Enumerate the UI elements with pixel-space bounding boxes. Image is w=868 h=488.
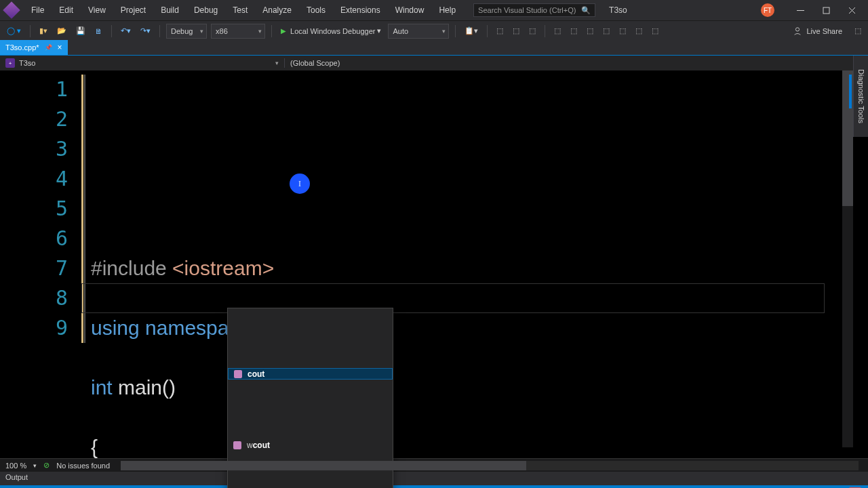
toolbar-icon-7[interactable]: ⬚ xyxy=(584,24,596,39)
platform-dropdown[interactable]: x86 xyxy=(211,24,265,39)
variable-icon xyxy=(234,370,242,378)
menu-bar: File Edit View Project Build Debug Test … xyxy=(0,0,868,20)
horizontal-scrollbar[interactable] xyxy=(121,461,859,470)
save-button[interactable]: 💾 xyxy=(73,24,88,39)
tab-close-button[interactable]: × xyxy=(58,43,62,52)
menu-tools[interactable]: Tools xyxy=(300,3,332,18)
intellisense-item[interactable]: cout xyxy=(228,368,393,380)
document-tab-strip: T3so.cpp* 📌 × xyxy=(0,41,868,56)
project-name-label: T3so xyxy=(609,5,627,15)
diagnostic-tools-tab[interactable]: Diagnostic Tools xyxy=(853,56,868,137)
save-all-button[interactable]: 🗎 xyxy=(92,24,105,39)
start-debugging-button[interactable]: ▶Local Windows Debugger ▾ xyxy=(278,24,384,39)
search-input[interactable]: Search Visual Studio (Ctrl+Q) 🔍 xyxy=(473,3,595,17)
svg-point-4 xyxy=(796,27,800,30)
window-maximize-button[interactable] xyxy=(814,1,838,19)
cpp-icon: + xyxy=(5,58,15,68)
toolbar: ◯ ▾ ▮▾ 📂 💾 🗎 ↶▾ ↷▾ Debug x86 ▶Local Wind… xyxy=(0,20,868,41)
presentation-cursor-icon: I xyxy=(290,174,310,194)
window-minimize-button[interactable] xyxy=(788,1,812,19)
toolbar-icon-5[interactable]: ⬚ xyxy=(551,24,564,39)
menu-window[interactable]: Window xyxy=(389,3,431,18)
nav-back-button[interactable]: ◯ ▾ xyxy=(4,24,24,39)
code-line-1: #include <iostream> xyxy=(91,253,868,283)
configuration-dropdown[interactable]: Debug xyxy=(166,24,207,39)
new-file-button[interactable]: ▮▾ xyxy=(37,24,50,39)
global-scope-dropdown[interactable]: (Global Scope) ▾ xyxy=(285,59,868,67)
live-share-icon xyxy=(793,26,802,36)
menu-edit[interactable]: Edit xyxy=(52,3,80,18)
window-close-button[interactable] xyxy=(840,1,864,19)
menu-help[interactable]: Help xyxy=(432,3,462,18)
undo-button[interactable]: ↶▾ xyxy=(118,24,134,39)
code-line-3: int main() xyxy=(91,373,868,403)
feedback-icon[interactable]: ⬚ xyxy=(852,24,864,39)
user-avatar[interactable]: FT xyxy=(761,3,774,17)
project-scope-dropdown[interactable]: +T3so ▾ xyxy=(0,58,285,68)
outline-margin xyxy=(84,75,85,343)
vertical-scrollbar[interactable]: ✚ xyxy=(842,70,853,447)
redo-button[interactable]: ↷▾ xyxy=(138,24,153,39)
toolbar-icon-9[interactable]: ⬚ xyxy=(616,24,629,39)
toolbar-icon-2[interactable]: ⬚ xyxy=(494,24,506,39)
toolbar-icon-10[interactable]: ⬚ xyxy=(633,24,645,39)
code-line-4: { xyxy=(91,432,868,462)
search-placeholder: Search Visual Studio (Ctrl+Q) xyxy=(478,6,576,14)
menu-file[interactable]: File xyxy=(24,3,51,18)
tab-t3so-cpp[interactable]: T3so.cpp* 📌 × xyxy=(0,40,68,55)
toolbar-icon-3[interactable]: ⬚ xyxy=(510,24,522,39)
menu-project[interactable]: Project xyxy=(114,3,153,18)
menu-debug[interactable]: Debug xyxy=(187,3,224,18)
toolbar-icon-8[interactable]: ⬚ xyxy=(600,24,612,39)
code-content[interactable]: #include <iostream> using namespace std;… xyxy=(81,70,868,458)
navigation-bar: +T3so ▾ (Global Scope) ▾ xyxy=(0,56,868,70)
toolbar-icon-6[interactable]: ⬚ xyxy=(568,24,580,39)
menu-build[interactable]: Build xyxy=(154,3,186,18)
editor-status-strip: 100 %▾ ⊘ No issues found xyxy=(0,458,868,472)
tab-label: T3so.cpp* xyxy=(5,43,39,52)
variable-icon xyxy=(233,441,241,449)
live-share-button[interactable]: Live Share xyxy=(787,26,848,36)
change-margin xyxy=(81,75,83,343)
menu-analyze[interactable]: Analyze xyxy=(256,3,298,18)
scrollbar-thumb[interactable] xyxy=(121,461,526,470)
intellisense-item[interactable]: wcout xyxy=(228,439,393,451)
check-icon: ⊘ xyxy=(43,461,50,470)
line-number-gutter: 1 2 3 4 5 6 7 8 9 xyxy=(0,70,81,458)
search-icon: 🔍 xyxy=(581,6,591,15)
toolbar-icon-1[interactable]: 📋▾ xyxy=(462,24,481,39)
toolbar-icon-11[interactable]: ⬚ xyxy=(649,24,661,39)
menu-extensions[interactable]: Extensions xyxy=(334,3,387,18)
scroll-change-marker xyxy=(849,75,852,108)
auto-dropdown[interactable]: Auto xyxy=(388,24,449,39)
menu-test[interactable]: Test xyxy=(226,3,254,18)
open-file-button[interactable]: 📂 xyxy=(54,24,69,39)
vs-logo-icon xyxy=(3,1,20,18)
code-editor[interactable]: 1 2 3 4 5 6 7 8 9 #include <iostream> us… xyxy=(0,70,868,458)
zoom-level[interactable]: 100 % xyxy=(5,462,26,470)
svg-rect-1 xyxy=(823,7,829,14)
menu-view[interactable]: View xyxy=(81,3,113,18)
toolbar-icon-4[interactable]: ⬚ xyxy=(526,24,538,39)
code-line-2: using namespace std; xyxy=(91,313,868,343)
pin-icon[interactable]: 📌 xyxy=(45,44,52,51)
